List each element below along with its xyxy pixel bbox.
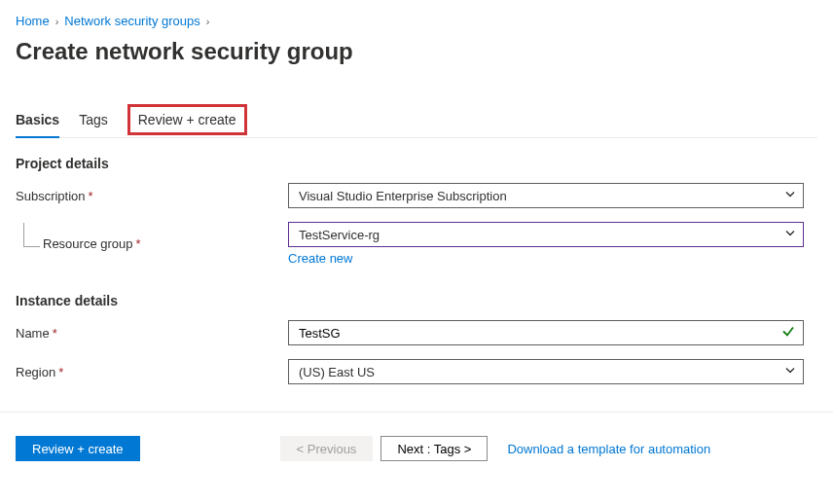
section-instance-details: Instance details [16, 293, 817, 308]
previous-button: < Previous [280, 436, 374, 461]
dropdown-resource-group[interactable]: TestService-rg [288, 222, 804, 247]
link-create-new-rg[interactable]: Create new [288, 251, 352, 266]
row-name: Name* [16, 320, 817, 345]
required-indicator: * [58, 365, 63, 379]
footer: Review + create < Previous Next : Tags >… [16, 413, 817, 461]
required-indicator: * [89, 189, 93, 203]
dropdown-subscription[interactable]: Visual Studio Enterprise Subscription [288, 183, 804, 208]
review-create-button[interactable]: Review + create [16, 436, 140, 461]
required-indicator: * [136, 236, 141, 251]
breadcrumb: Home › Network security groups › [16, 14, 817, 28]
label-resource-group: Resource group* [16, 236, 288, 251]
breadcrumb-nsg[interactable]: Network security groups [64, 14, 199, 28]
tab-basics[interactable]: Basics [16, 104, 59, 137]
chevron-right-icon: › [55, 16, 59, 27]
row-region: Region* (US) East US [16, 359, 817, 384]
tab-tags[interactable]: Tags [79, 104, 108, 137]
row-resource-group: Resource group* TestService-rg Create ne… [16, 222, 817, 266]
dropdown-resource-group-value: TestService-rg [299, 228, 380, 242]
label-region: Region* [16, 365, 288, 379]
page-title: Create network security group [16, 38, 817, 65]
download-template-link[interactable]: Download a template for automation [507, 442, 710, 456]
chevron-right-icon: › [206, 16, 210, 27]
section-project-details: Project details [16, 156, 817, 171]
dropdown-region-value: (US) East US [299, 365, 375, 379]
tabs: Basics Tags Review + create [16, 104, 817, 138]
input-name[interactable] [288, 320, 804, 345]
label-name: Name* [16, 326, 288, 341]
dropdown-subscription-value: Visual Studio Enterprise Subscription [299, 189, 507, 203]
dropdown-region[interactable]: (US) East US [288, 359, 804, 384]
tab-review-create[interactable]: Review + create [127, 104, 247, 135]
row-subscription: Subscription* Visual Studio Enterprise S… [16, 183, 817, 208]
check-icon [780, 324, 796, 342]
label-subscription: Subscription* [16, 189, 288, 203]
breadcrumb-home[interactable]: Home [16, 14, 50, 28]
next-button[interactable]: Next : Tags > [380, 436, 488, 461]
required-indicator: * [53, 326, 57, 341]
